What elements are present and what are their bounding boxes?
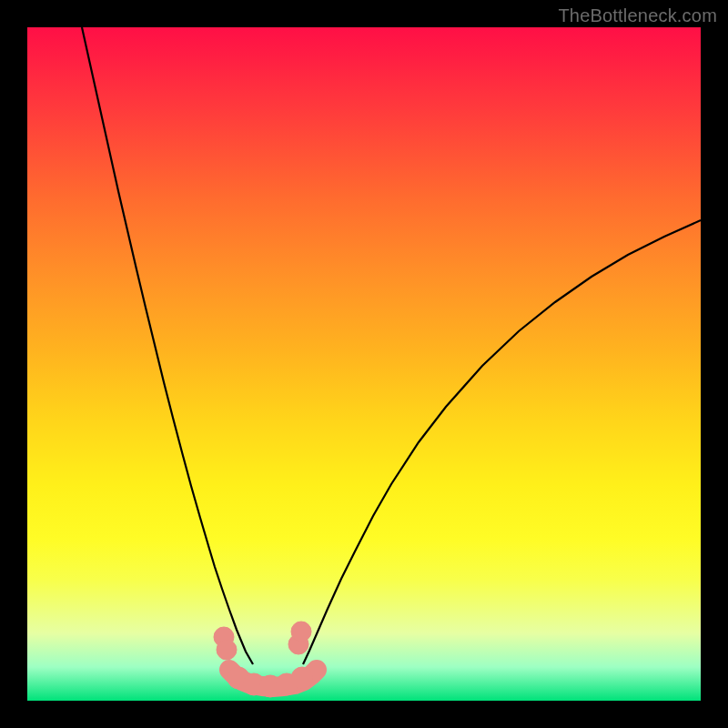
gradient-plot-area (27, 27, 701, 701)
watermark-text: TheBottleneck.com (558, 5, 717, 26)
curve-left-branch (82, 27, 253, 664)
marker-dot (291, 667, 313, 689)
marker-dot (217, 640, 237, 660)
curve-right-branch (303, 220, 701, 664)
marker-group (214, 622, 313, 697)
plot-svg (27, 27, 701, 701)
marker-dot (291, 622, 311, 642)
